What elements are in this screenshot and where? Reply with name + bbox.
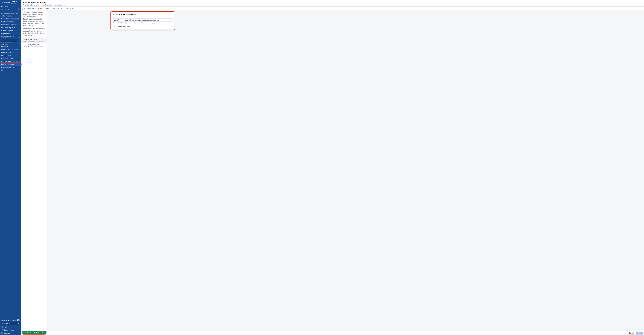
tab-platform-logo[interactable]: Platform logo — [38, 7, 51, 10]
sidebar-item-org-mgmt[interactable]: Organization management — [0, 32, 21, 35]
config-card-body: Resolved url: https:// .palantirfoundry.… — [111, 17, 174, 29]
page-header: Platform experience Manage settings for … — [21, 0, 644, 6]
language-select[interactable]: English ▼ — [1, 322, 20, 325]
sidebar-item-code-workbook[interactable]: Code Workbook profiles — [0, 17, 21, 20]
tab-languages[interactable]: Languages — [64, 7, 75, 10]
sidebar-item-egress[interactable]: Network egress — [0, 29, 21, 32]
lock-icon: 🔒 — [18, 36, 20, 39]
nav-open-foundry[interactable]: Open Foundry — [0, 329, 21, 332]
home-icon — [1, 5, 3, 7]
nav-home[interactable]: Home — [0, 5, 21, 8]
preview-home-page-button[interactable]: Preview home page — [113, 25, 132, 28]
nav-search[interactable]: Search ⌘ / — [0, 8, 21, 11]
toggle-switch[interactable] — [17, 320, 20, 321]
section-organization[interactable]: ORGANIZATION SETTINGS ▼ — [0, 42, 21, 45]
page-subtitle: Manage settings for the overall Foundry … — [23, 4, 642, 6]
svg-point-0 — [2, 2, 3, 3]
new-home-page-url-button[interactable]: New home page URL — [22, 331, 46, 334]
help-icon — [1, 326, 3, 328]
nav-search-label: Search — [4, 8, 9, 10]
nav-help[interactable]: Help — [0, 326, 21, 329]
config-area: Home page URL configuration Resolved url… — [47, 10, 644, 331]
chevron-down-icon: ▼ — [19, 12, 20, 14]
org-selector-row — [0, 38, 21, 42]
brand: Foundry Control Panel — [0, 0, 21, 5]
tab-static-banner[interactable]: Static banner — [51, 7, 64, 10]
action-footer: Cancel Save — [47, 331, 644, 335]
sidebar-item-audit[interactable]: Audit logs — [0, 45, 21, 48]
svg-rect-2 — [2, 40, 4, 41]
config-card-header: Home page URL configuration — [111, 12, 174, 17]
svg-point-1 — [2, 9, 2, 9]
page-title: Platform experience — [23, 1, 642, 3]
show-all-toggle[interactable]: Show all settings i — [0, 319, 21, 322]
brand-icon — [1, 1, 3, 3]
search-shortcut: ⌘ / — [18, 8, 20, 10]
cancel-button[interactable]: Cancel — [627, 332, 635, 335]
sidebar-item-map[interactable]: Map🔒 — [0, 69, 21, 72]
main: Platform experience Manage settings for … — [21, 0, 644, 335]
lock-icon: 🔒 — [18, 69, 20, 72]
globe-icon — [2, 323, 4, 324]
tabbar: Home page URL Platform logo Static banne… — [21, 6, 644, 10]
sidebar: Foundry Control Panel Home Search ⌘ / EN… — [0, 0, 21, 335]
logout-icon — [1, 332, 3, 334]
sidebar-item-csp[interactable]: Content security policy — [0, 48, 21, 51]
tab-home-page-url[interactable]: Home page URL — [23, 7, 38, 10]
nav-logout[interactable]: Log out — [0, 332, 21, 334]
sidebar-item-authentication[interactable]: Authentication — [0, 14, 21, 17]
external-icon — [1, 329, 3, 331]
sidebar-item-enroll-perm[interactable]: Enrollment permissions — [0, 23, 21, 26]
sidebar-item-inactivity[interactable]: User inactivity timeout — [0, 66, 21, 69]
left-pane: The default home page when users open Fo… — [21, 10, 47, 335]
brand-name-1: Foundry — [4, 1, 10, 3]
external-link-icon — [114, 25, 116, 27]
sidebar-item-ontology[interactable]: Ontology settings — [0, 57, 21, 60]
right-pane: Home page URL configuration Resolved url… — [47, 10, 644, 335]
sidebar-item-platform-exp[interactable]: Platform experience — [0, 63, 21, 66]
left-footer: New home page URL — [21, 329, 47, 335]
plus-circle-icon — [25, 332, 26, 333]
config-card: Home page URL configuration Resolved url… — [111, 12, 174, 30]
org-icon — [2, 39, 4, 41]
chevron-down-icon: ▼ — [19, 43, 20, 44]
url-item-org-default[interactable]: Organization default https:// .palantirf… — [21, 38, 47, 43]
sidebar-item-suite[interactable]: Foundry suite — [0, 54, 21, 57]
sidebar-item-modeling[interactable]: Modeling objective — [0, 26, 21, 29]
info-icon: i — [14, 320, 16, 321]
description: The default home page when users open Fo… — [21, 10, 47, 38]
chevron-down-icon: ▼ — [18, 323, 19, 324]
gear-icon[interactable] — [18, 39, 20, 41]
search-icon — [1, 8, 3, 10]
sidebar-item-email[interactable]: Email settings — [0, 51, 21, 54]
sidebar-item-contact[interactable]: Contact information — [0, 20, 21, 23]
content: The default home page when users open Fo… — [21, 10, 644, 335]
brand-name-2: Control Panel — [11, 0, 20, 4]
org-selector[interactable] — [1, 39, 17, 42]
section-enrollment[interactable]: ENROLLMENT SETTINGS ▼ — [0, 12, 21, 14]
sidebar-item-object-db[interactable]: Object databases🔒 — [0, 35, 21, 38]
url-list: Organization default https:// .palantirf… — [21, 38, 47, 329]
config-card-wrapper: Home page URL configuration Resolved url… — [110, 11, 175, 30]
sidebar-item-org-perm[interactable]: Organization permissions — [0, 60, 21, 63]
save-button: Save — [636, 332, 643, 335]
home-page-url-input[interactable] — [113, 18, 173, 21]
resolved-url: Resolved url: https:// .palantirfoundry.… — [113, 22, 173, 24]
svg-point-3 — [19, 40, 19, 41]
url-item-group[interactable]: user_group_name /carbon/ri.carbon.main.w… — [21, 43, 47, 48]
nav-home-label: Home — [4, 5, 8, 7]
